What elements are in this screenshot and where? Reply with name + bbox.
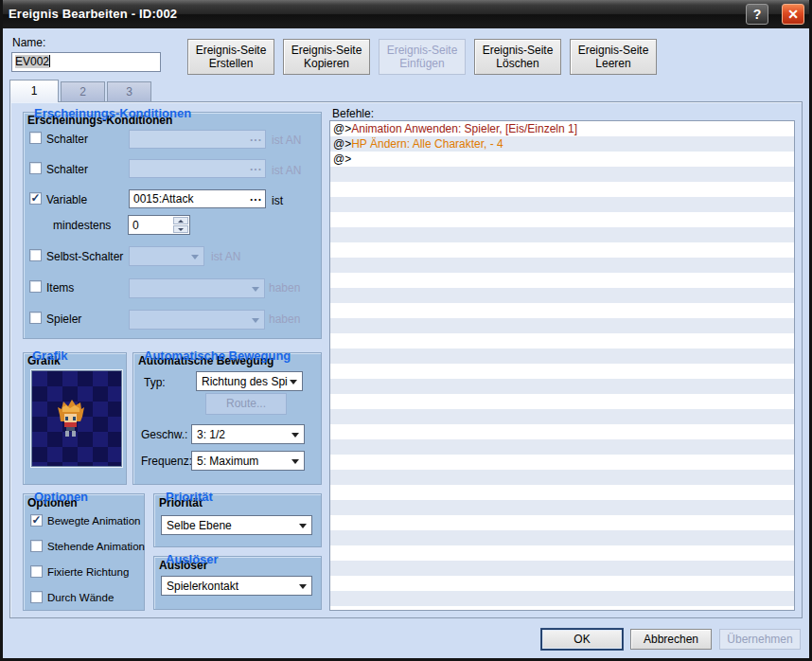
chevron-down-icon xyxy=(191,255,199,259)
self-switch-checkbox[interactable] xyxy=(29,249,42,261)
command-prefix: @> xyxy=(333,122,351,135)
command-row[interactable] xyxy=(330,167,794,182)
tab-page-1[interactable]: 1 xyxy=(9,80,59,102)
command-text: Animation Anwenden: Spieler, [Eis/Einzel… xyxy=(351,122,577,135)
option-through-checkbox[interactable] xyxy=(30,591,43,603)
option-move-anim-label: Bewegte Animation xyxy=(47,515,140,527)
priority-value: Selbe Ebene xyxy=(167,519,232,532)
command-row[interactable] xyxy=(330,530,794,545)
priority-title-overlay: Priorität xyxy=(166,490,213,504)
command-row[interactable] xyxy=(330,455,794,470)
command-row[interactable] xyxy=(330,288,794,303)
command-row[interactable] xyxy=(330,242,794,258)
chevron-down-icon xyxy=(291,433,299,438)
command-row[interactable]: @>Animation Anwenden: Spieler, [Eis/Einz… xyxy=(330,121,794,136)
option-stop-anim-checkbox[interactable] xyxy=(30,540,43,552)
trigger-title-overlay: Auslöser xyxy=(166,552,219,566)
command-row[interactable] xyxy=(330,576,794,591)
command-row[interactable] xyxy=(330,318,794,333)
command-row[interactable] xyxy=(330,182,794,197)
command-list[interactable]: @>Animation Anwenden: Spieler, [Eis/Einz… xyxy=(329,120,795,611)
items-suffix: haben xyxy=(269,281,300,295)
switch1-suffix: ist AN xyxy=(272,134,301,147)
switch1-field: ... xyxy=(129,130,266,149)
command-row[interactable] xyxy=(330,439,794,455)
movement-speed-combo[interactable]: 3: 1/2 xyxy=(191,424,305,444)
command-row[interactable] xyxy=(330,485,794,500)
movement-title-overlay: Automatische Bewegung xyxy=(144,348,291,363)
character-sprite-preview[interactable] xyxy=(31,370,122,467)
self-switch-combo xyxy=(129,246,204,266)
page-delete-button[interactable]: Ereignis-Seite Löschen xyxy=(474,39,561,75)
command-row[interactable] xyxy=(330,333,794,348)
command-row[interactable] xyxy=(330,258,794,273)
ok-button[interactable]: OK xyxy=(541,629,623,650)
min-value-spinner[interactable]: 0 xyxy=(128,215,190,235)
page-paste-button: Ereignis-Seite Einfügen xyxy=(379,39,466,75)
switch2-field: ... xyxy=(129,159,266,178)
actor-checkbox[interactable] xyxy=(29,312,42,324)
command-row[interactable] xyxy=(330,591,794,606)
command-row[interactable] xyxy=(330,227,794,242)
trigger-value: Spielerkontakt xyxy=(167,580,238,593)
text-caret xyxy=(49,55,50,67)
command-row[interactable] xyxy=(330,470,794,485)
command-row[interactable] xyxy=(330,515,794,530)
switch2-suffix: ist AN xyxy=(272,164,301,177)
chevron-down-icon xyxy=(252,287,259,292)
tab-page-2[interactable]: 2 xyxy=(61,81,105,101)
command-row[interactable] xyxy=(330,394,794,409)
items-checkbox[interactable] xyxy=(29,280,42,293)
command-row[interactable] xyxy=(330,409,794,424)
close-icon[interactable]: ✕ xyxy=(782,4,804,25)
titlebar[interactable]: Ereignis Bearbeiten - ID:002 ? ✕ xyxy=(0,0,812,28)
command-prefix: @> xyxy=(333,152,351,166)
command-row[interactable] xyxy=(330,545,794,561)
cancel-button[interactable]: Abbrechen xyxy=(630,629,712,650)
variable-value: 0015:Attack xyxy=(133,192,193,205)
movement-freq-label: Frequenz: xyxy=(141,455,192,468)
command-prefix: @> xyxy=(333,137,351,151)
command-row[interactable] xyxy=(330,212,794,227)
command-row[interactable]: @>HP Ändern: Alle Charakter, - 4 xyxy=(330,136,794,152)
command-row[interactable] xyxy=(330,379,794,394)
name-label: Name: xyxy=(12,36,45,49)
variable-field[interactable]: 0015:Attack ... xyxy=(129,189,266,208)
spinner-up-icon[interactable] xyxy=(173,217,188,224)
movement-speed-label: Geschw.: xyxy=(141,428,187,441)
event-edit-dialog: Ereignis Bearbeiten - ID:002 ? ✕ Name: E… xyxy=(0,0,812,661)
page-copy-button[interactable]: Ereignis-Seite Kopieren xyxy=(283,39,370,75)
page-create-button[interactable]: Ereignis-Seite Erstellen xyxy=(187,39,274,75)
self-switch-label: Selbst-Schalter xyxy=(46,250,123,263)
variable-browse-button[interactable]: ... xyxy=(250,190,262,204)
command-row[interactable] xyxy=(330,303,794,318)
switch1-checkbox[interactable] xyxy=(29,132,42,144)
command-row[interactable] xyxy=(330,348,794,364)
switch2-checkbox[interactable] xyxy=(29,162,42,174)
trigger-combo[interactable]: Spielerkontakt xyxy=(161,576,312,596)
option-move-anim-checkbox[interactable]: ✓ xyxy=(30,514,43,527)
command-row[interactable] xyxy=(330,424,794,439)
tab-page-3[interactable]: 3 xyxy=(107,81,151,101)
command-row[interactable] xyxy=(330,197,794,212)
movement-freq-combo[interactable]: 5: Maximum xyxy=(191,451,305,471)
items-combo xyxy=(129,278,265,298)
command-row[interactable] xyxy=(330,364,794,379)
command-row[interactable] xyxy=(330,273,794,288)
actor-combo xyxy=(129,310,265,330)
name-input[interactable]: EV002 xyxy=(11,52,161,72)
option-fixed-dir-checkbox[interactable] xyxy=(30,565,43,578)
priority-combo[interactable]: Selbe Ebene xyxy=(161,515,312,535)
movement-type-combo[interactable]: Richtung des Spi xyxy=(196,371,303,391)
command-row[interactable] xyxy=(330,500,794,515)
command-row[interactable]: @> xyxy=(330,152,794,167)
page-clear-button[interactable]: Ereignis-Seite Leeren xyxy=(570,39,657,75)
switch1-label: Schalter xyxy=(46,133,88,146)
help-icon[interactable]: ? xyxy=(746,4,768,25)
chevron-down-icon xyxy=(291,459,299,464)
chevron-down-icon xyxy=(290,380,297,384)
command-row[interactable] xyxy=(330,561,794,576)
spinner-down-icon[interactable] xyxy=(173,225,188,233)
variable-checkbox[interactable]: ✓ xyxy=(29,192,42,205)
option-fixed-dir-label: Fixierte Richtung xyxy=(47,566,129,578)
